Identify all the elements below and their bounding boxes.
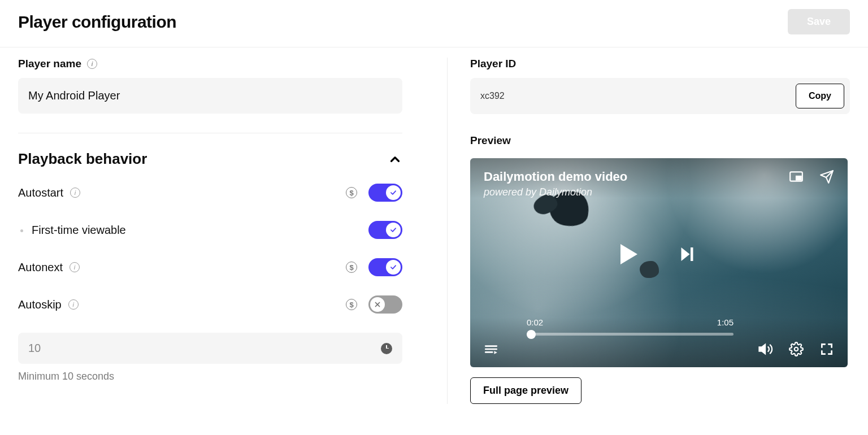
autoskip-seconds-value: 10 [28,342,41,355]
header-bar: Player configuration Save [0,0,868,47]
svg-marker-4 [682,247,690,261]
svg-marker-9 [494,351,497,354]
player-id-label-text: Player ID [470,58,516,70]
player-id-label: Player ID [470,58,850,70]
setting-row-autoskip: Autoskip i $ [18,295,402,314]
setting-row-first-time-viewable: First-time viewable [18,221,402,239]
video-total-time: 1:05 [717,317,734,327]
check-icon [389,226,397,234]
video-seek-handle[interactable] [527,330,536,339]
video-current-time: 0:02 [527,317,543,327]
player-name-input[interactable] [18,78,402,114]
fullscreen-icon[interactable] [819,342,834,356]
autoskip-helper: Minimum 10 seconds [18,371,424,382]
clock-icon [381,343,392,354]
autoskip-toggle[interactable] [368,295,402,314]
dollar-icon: $ [346,299,357,310]
info-icon[interactable]: i [87,59,97,69]
video-preview[interactable]: Dailymotion demo video powered by Dailym… [470,158,848,367]
autostart-label: Autostart [18,186,63,199]
preview-label: Preview [470,134,850,147]
setting-row-autonext: Autonext i $ [18,258,402,276]
chevron-up-icon [388,152,402,167]
video-seek-bar[interactable] [527,333,734,336]
player-id-value: xc392 [480,91,505,101]
pip-icon[interactable] [789,169,804,184]
setting-row-autostart: Autostart i $ [18,184,402,202]
divider [18,133,402,133]
dollar-icon: $ [346,262,357,273]
info-icon[interactable]: i [70,188,80,198]
playback-section-header[interactable]: Playback behavior [18,150,402,168]
play-button[interactable] [620,244,637,264]
check-icon [389,189,397,197]
player-id-box: xc392 Copy [470,78,850,114]
share-icon[interactable] [819,169,834,184]
autonext-toggle[interactable] [368,258,402,276]
volume-icon[interactable] [757,341,773,357]
info-icon[interactable]: i [70,262,80,272]
page-title: Player configuration [18,12,176,32]
svg-point-11 [795,347,798,351]
copy-button[interactable]: Copy [796,84,844,108]
settings-icon[interactable] [789,342,804,356]
dollar-icon: $ [346,187,357,198]
autostart-toggle[interactable] [368,184,402,202]
next-button[interactable] [677,244,697,264]
full-page-preview-button[interactable]: Full page preview [470,377,581,404]
x-icon [374,301,381,308]
autoskip-seconds-input[interactable]: 10 [18,333,402,364]
playlist-icon[interactable] [484,342,498,356]
svg-rect-3 [796,176,801,180]
video-title: Dailymotion demo video [484,169,627,184]
info-icon[interactable]: i [68,299,79,310]
first-time-viewable-toggle[interactable] [368,221,402,239]
video-subtitle: powered by Dailymotion [484,186,627,198]
svg-marker-10 [760,345,766,354]
playback-section-title: Playback behavior [18,150,147,168]
check-icon [389,263,397,271]
svg-rect-5 [691,247,693,261]
player-name-label-text: Player name [18,58,81,70]
save-button[interactable]: Save [788,9,850,34]
player-name-label: Player name i [18,58,424,70]
autoskip-label: Autoskip [18,298,62,311]
first-time-viewable-label: First-time viewable [32,224,126,237]
autonext-label: Autonext [18,261,63,274]
